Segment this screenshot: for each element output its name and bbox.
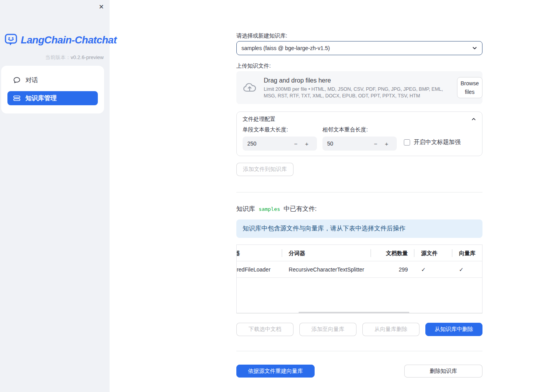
- version-label: 当前版本：: [45, 54, 70, 60]
- chunk-size-input[interactable]: 250 − +: [243, 137, 317, 151]
- delete-from-vector-store-button[interactable]: 从向量库删除: [362, 323, 419, 336]
- chunk-size-field: 单段文本最大长度: 250 − +: [243, 126, 317, 151]
- expander-header[interactable]: 文件处理配置: [237, 112, 482, 126]
- info-banner-text: 知识库中包含源文件与向量库，请从下表中选择文件后操作: [243, 225, 405, 233]
- knowledge-base-icon: [13, 95, 20, 102]
- file-dropzone[interactable]: Drag and drop files here Limit 200MB per…: [236, 71, 482, 104]
- files-heading-prefix: 知识库: [236, 205, 255, 213]
- download-selected-button[interactable]: 下载选中文档: [236, 323, 293, 336]
- version-line: 当前版本：v0.2.6-preview: [45, 54, 104, 61]
- existing-files-heading: 知识库 samples 中已有文件:: [236, 205, 482, 213]
- cell-vector-check: ✓: [452, 261, 482, 278]
- cloud-upload-icon: [243, 81, 257, 94]
- overlap-size-value: 50: [327, 140, 370, 147]
- plus-stepper-button[interactable]: +: [301, 140, 312, 147]
- browse-files-button[interactable]: Browse files: [457, 77, 482, 99]
- sidebar: ✕ LangChain-Chatchat 当前版本：v0.2.6-preview…: [0, 0, 110, 392]
- table-header-row: 文档加载器 分词器 文档数量 源文件 向量库: [237, 245, 482, 261]
- version-value: v0.2.6-preview: [70, 54, 104, 60]
- add-files-to-kb-button[interactable]: 添加文件到知识库: [236, 163, 293, 176]
- divider: [236, 192, 482, 192]
- divider: [236, 351, 482, 351]
- file-config-expander: 文件处理配置 单段文本最大长度: 250 − + 相邻文本重合长度: 50: [236, 111, 482, 156]
- sidebar-item-label: 对话: [25, 76, 38, 85]
- plus-stepper-button[interactable]: +: [381, 140, 392, 147]
- col-splitter: 分词器: [282, 245, 371, 261]
- kb-level-actions: 依据源文件重建向量库 删除知识库: [236, 365, 482, 378]
- sidebar-menu: 对话 知识库管理: [1, 66, 104, 113]
- sidebar-item-dialogue[interactable]: 对话: [7, 73, 98, 87]
- cell-loader: UnstructuredFileLoader: [237, 261, 282, 278]
- chevron-up-icon: [471, 117, 476, 122]
- expander-title: 文件处理配置: [243, 116, 275, 123]
- kb-select[interactable]: samples (faiss @ bge-large-zh-v1.5): [236, 41, 482, 55]
- dropzone-instructions: Drag and drop files here Limit 200MB per…: [264, 76, 451, 99]
- files-table[interactable]: 文档加载器 分词器 文档数量 源文件 向量库 UnstructuredFileL…: [236, 245, 482, 313]
- main-content: 请选择或新建知识库: samples (faiss @ bge-large-zh…: [236, 0, 482, 392]
- app-logo: LangChain-Chatchat: [5, 34, 117, 46]
- chunk-size-value: 250: [247, 140, 290, 147]
- overlap-size-field: 相邻文本重合长度: 50 − +: [322, 126, 397, 151]
- chat-bubble-icon: [13, 77, 20, 84]
- chunk-size-label: 单段文本最大长度:: [243, 126, 317, 133]
- add-to-vector-store-button[interactable]: 添加至向量库: [299, 323, 356, 336]
- overlap-size-input[interactable]: 50 − +: [322, 137, 397, 151]
- minus-stepper-button[interactable]: −: [290, 140, 301, 147]
- checkbox-box[interactable]: [404, 139, 410, 146]
- checkbox-label: 开启中文标题加强: [414, 138, 461, 146]
- sidebar-item-label: 知识库管理: [25, 94, 57, 102]
- horizontal-scrollbar[interactable]: [299, 312, 409, 313]
- col-source-file: 源文件: [414, 245, 452, 261]
- files-heading-suffix: 中已有文件:: [284, 205, 317, 213]
- cell-source-check: ✓: [414, 261, 452, 278]
- col-doc-count: 文档数量: [371, 245, 414, 261]
- app-title: LangChain-Chatchat: [21, 34, 117, 46]
- sidebar-close-icon[interactable]: ✕: [97, 3, 106, 11]
- dropzone-title: Drag and drop files here: [264, 77, 451, 84]
- zh-title-enhance-checkbox[interactable]: 开启中文标题加强: [404, 138, 461, 146]
- dropzone-limit: Limit 200MB per file • HTML, MD, JSON, C…: [264, 86, 451, 99]
- kb-select-label: 请选择或新建知识库:: [236, 32, 482, 40]
- chatchat-logo-icon: [5, 34, 18, 46]
- col-loader: 文档加载器: [237, 245, 282, 261]
- table-row[interactable]: UnstructuredFileLoader RecursiveCharacte…: [237, 261, 482, 278]
- expander-body: 单段文本最大长度: 250 − + 相邻文本重合长度: 50 − + 开启中文标…: [237, 126, 482, 151]
- info-banner: 知识库中包含源文件与向量库，请从下表中选择文件后操作: [236, 219, 482, 238]
- minus-stepper-button[interactable]: −: [370, 140, 381, 147]
- upload-label: 上传知识文件:: [236, 63, 482, 70]
- file-action-buttons: 下载选中文档 添加至向量库 从向量库删除 从知识库中删除: [236, 323, 482, 336]
- chevron-down-icon: [472, 45, 477, 51]
- cell-doc-count: 299: [371, 261, 414, 278]
- delete-from-kb-button[interactable]: 从知识库中删除: [425, 323, 482, 336]
- cell-splitter: RecursiveCharacterTextSplitter: [282, 261, 371, 278]
- delete-kb-button[interactable]: 删除知识库: [404, 365, 482, 378]
- sidebar-item-kb-management[interactable]: 知识库管理: [7, 91, 98, 105]
- col-vector-store: 向量库: [452, 245, 482, 261]
- kb-name-code: samples: [258, 206, 281, 212]
- rebuild-vector-store-button[interactable]: 依据源文件重建向量库: [236, 365, 315, 378]
- kb-select-value: samples (faiss @ bge-large-zh-v1.5): [241, 45, 472, 51]
- overlap-size-label: 相邻文本重合长度:: [322, 126, 397, 133]
